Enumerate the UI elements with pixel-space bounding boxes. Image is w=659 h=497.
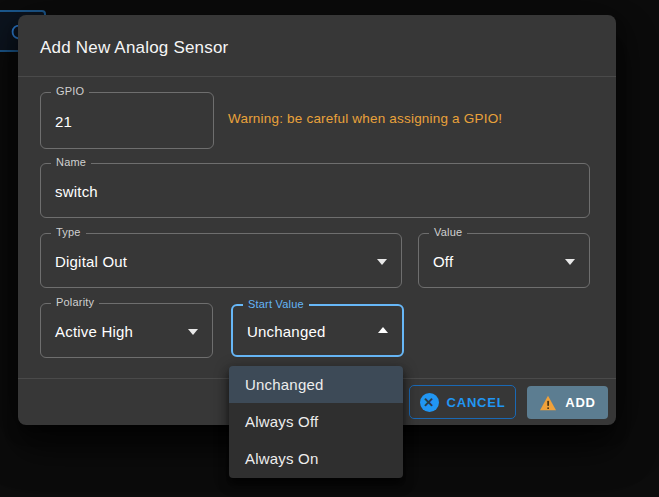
header-divider (18, 76, 616, 77)
chevron-up-icon (378, 327, 388, 333)
type-label: Type (51, 226, 86, 238)
add-button-label: ADD (565, 395, 596, 410)
menu-item-always-on[interactable]: Always On (229, 440, 403, 477)
add-button[interactable]: ADD (527, 386, 608, 419)
start-value-value: Unchanged (247, 322, 326, 339)
gpio-value: 21 (55, 112, 72, 129)
chevron-down-icon (188, 329, 198, 335)
type-select[interactable]: Type Digital Out (40, 233, 402, 288)
value-select[interactable]: Value Off (418, 233, 590, 288)
add-analog-sensor-dialog: Add New Analog Sensor GPIO 21 Warning: b… (18, 15, 616, 425)
type-value: Digital Out (55, 252, 127, 269)
cancel-button[interactable]: ✕ CANCEL (409, 385, 516, 419)
start-value-label: Start Value (243, 298, 309, 310)
chevron-down-icon (565, 259, 575, 265)
polarity-value: Active High (55, 322, 133, 339)
chevron-down-icon (377, 259, 387, 265)
warning-triangle-icon (539, 395, 557, 411)
start-value-select[interactable]: Start Value Unchanged (231, 304, 404, 357)
start-value-dropdown-menu: Unchanged Always Off Always On (229, 366, 403, 478)
polarity-label: Polarity (51, 296, 99, 308)
cancel-button-label: CANCEL (447, 395, 506, 410)
name-label: Name (51, 156, 91, 168)
name-input[interactable]: Name switch (40, 163, 590, 218)
menu-item-unchanged[interactable]: Unchanged (229, 366, 403, 403)
gpio-label: GPIO (51, 85, 89, 97)
value-label: Value (429, 226, 467, 238)
dialog-title: Add New Analog Sensor (40, 38, 229, 58)
value-value: Off (433, 252, 453, 269)
polarity-select[interactable]: Polarity Active High (40, 303, 213, 358)
menu-item-always-off[interactable]: Always Off (229, 403, 403, 440)
gpio-input[interactable]: GPIO 21 (40, 92, 214, 149)
cancel-circle-icon: ✕ (420, 393, 439, 412)
name-value: switch (55, 182, 98, 199)
gpio-warning-text: Warning: be careful when assigning a GPI… (228, 111, 502, 126)
